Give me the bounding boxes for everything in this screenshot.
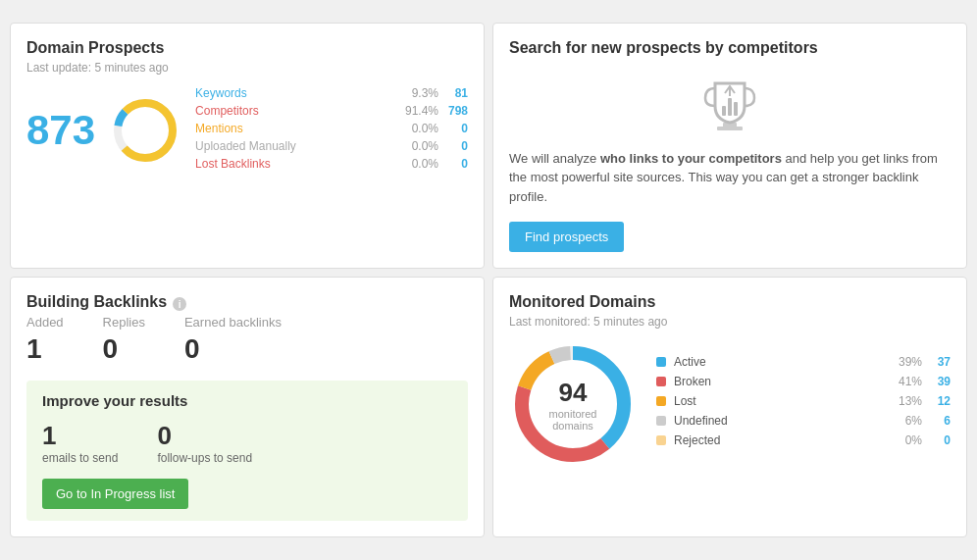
lost-pct: 0.0% <box>389 157 438 171</box>
emails-label: emails to send <box>42 451 118 465</box>
improve-stat-emails: 1 emails to send <box>42 421 118 465</box>
competitors-label: Competitors <box>195 104 389 118</box>
broken-label: Broken <box>674 375 884 388</box>
search-prospects-title: Search for new prospects by competitors <box>509 39 951 57</box>
improve-box: Improve your results 1 emails to send 0 … <box>26 381 468 521</box>
legend-broken: Broken 41% 39 <box>656 375 951 388</box>
stat-earned-label: Earned backlinks <box>184 315 282 330</box>
stat-replies-value: 0 <box>103 333 145 365</box>
prospects-table: Keywords 9.3% 81 Competitors 91.4% 798 M… <box>195 86 468 175</box>
lost-dot <box>656 396 666 406</box>
lost-label: Lost Backlinks <box>195 157 389 171</box>
active-dot <box>656 357 666 367</box>
prospects-row-competitors: Competitors 91.4% 798 <box>195 104 468 118</box>
competitors-pct: 91.4% <box>389 104 438 118</box>
backlinks-title: Building Backlinks <box>26 293 167 311</box>
improve-title: Improve your results <box>42 392 452 409</box>
keywords-count: 81 <box>438 86 468 100</box>
keywords-pct: 9.3% <box>389 86 438 100</box>
competitors-count: 798 <box>438 104 468 118</box>
broken-pct: 41% <box>888 375 922 388</box>
emails-value: 1 <box>42 421 118 451</box>
improve-stats: 1 emails to send 0 follow-ups to send <box>42 421 452 465</box>
stat-added-value: 1 <box>26 333 64 365</box>
monitored-title: Monitored Domains <box>509 293 951 311</box>
search-description: We will analyze who links to your compet… <box>509 149 951 207</box>
uploaded-count: 0 <box>438 139 468 153</box>
legend-lost: Lost 13% 12 <box>656 394 951 408</box>
building-backlinks-card: Building Backlinks i Added 1 Replies 0 E… <box>10 277 485 537</box>
lost-pct: 13% <box>888 394 922 408</box>
legend-undefined: Undefined 6% 6 <box>656 414 951 428</box>
undefined-pct: 6% <box>888 414 922 428</box>
followups-label: follow-ups to send <box>157 451 252 465</box>
search-prospects-card: Search for new prospects by competitors <box>492 23 967 270</box>
monitored-center-label: monitoreddomains <box>549 408 597 432</box>
domain-prospects-card: Domain Prospects Last update: 5 minutes … <box>10 23 485 270</box>
legend-rejected: Rejected 0% 0 <box>656 433 951 447</box>
followups-value: 0 <box>157 421 252 451</box>
svg-point-2 <box>118 103 173 158</box>
monitored-content: 94 monitoreddomains Active 39% 37 Broken… <box>509 340 951 468</box>
lost-legend-label: Lost <box>674 394 884 408</box>
svg-rect-6 <box>728 98 732 116</box>
domain-prospects-title: Domain Prospects <box>26 39 468 57</box>
stat-replies-label: Replies <box>103 315 145 330</box>
trophy-icon <box>695 69 764 137</box>
svg-rect-7 <box>734 102 738 116</box>
bold-text-1: who links to your competitors <box>600 151 782 166</box>
go-to-in-progress-button[interactable]: Go to In Progress list <box>42 479 188 509</box>
rejected-count: 0 <box>926 433 951 447</box>
donut-center: 94 monitoreddomains <box>549 378 597 432</box>
lost-count: 12 <box>926 394 951 408</box>
monitored-count: 94 <box>549 378 597 408</box>
domain-prospects-count: 873 <box>26 107 95 154</box>
svg-rect-4 <box>717 127 743 130</box>
undefined-label: Undefined <box>674 414 884 428</box>
find-prospects-button[interactable]: Find prospects <box>509 222 624 252</box>
monitored-domains-card: Monitored Domains Last monitored: 5 minu… <box>492 277 967 537</box>
backlinks-stats: Added 1 Replies 0 Earned backlinks 0 <box>26 315 468 365</box>
domain-prospects-donut <box>111 96 180 165</box>
mentions-count: 0 <box>438 122 468 135</box>
broken-count: 39 <box>926 375 951 388</box>
prospects-row-mentions: Mentions 0.0% 0 <box>195 122 468 135</box>
trophy-icon-wrapper <box>509 69 951 137</box>
stat-added: Added 1 <box>26 315 64 365</box>
monitored-donut-wrapper: 94 monitoreddomains <box>509 340 637 468</box>
stat-earned: Earned backlinks 0 <box>184 315 282 365</box>
stat-replies: Replies 0 <box>103 315 145 365</box>
prospects-row-keywords: Keywords 9.3% 81 <box>195 86 468 100</box>
monitored-subtitle: Last monitored: 5 minutes ago <box>509 315 951 329</box>
broken-dot <box>656 377 666 386</box>
prospects-row-uploaded: Uploaded Manually 0.0% 0 <box>195 139 468 153</box>
rejected-dot <box>656 435 666 445</box>
info-icon: i <box>173 297 186 311</box>
keywords-label: Keywords <box>195 86 389 100</box>
stat-earned-value: 0 <box>184 333 282 365</box>
prospects-row-lost: Lost Backlinks 0.0% 0 <box>195 157 468 171</box>
legend-active: Active 39% 37 <box>656 355 951 369</box>
domain-prospects-content: 873 Keywords 9.3% 81 Competi <box>26 86 468 175</box>
improve-stat-followups: 0 follow-ups to send <box>157 421 252 465</box>
rejected-label: Rejected <box>674 433 884 447</box>
mentions-label: Mentions <box>195 122 389 135</box>
undefined-count: 6 <box>926 414 951 428</box>
active-pct: 39% <box>888 355 922 369</box>
svg-rect-5 <box>722 106 726 116</box>
active-label: Active <box>674 355 884 369</box>
backlinks-title-row: Building Backlinks i <box>26 293 468 315</box>
uploaded-pct: 0.0% <box>389 139 438 153</box>
rejected-pct: 0% <box>888 433 922 447</box>
stat-added-label: Added <box>26 315 64 330</box>
undefined-dot <box>656 416 666 426</box>
dashboard: Domain Prospects Last update: 5 minutes … <box>10 23 967 538</box>
lost-count: 0 <box>438 157 468 171</box>
uploaded-label: Uploaded Manually <box>195 139 389 153</box>
domain-prospects-subtitle: Last update: 5 minutes ago <box>26 61 468 75</box>
mentions-pct: 0.0% <box>389 122 438 135</box>
active-count: 37 <box>926 355 951 369</box>
monitored-legend: Active 39% 37 Broken 41% 39 Lost 13% 12 <box>656 355 951 453</box>
